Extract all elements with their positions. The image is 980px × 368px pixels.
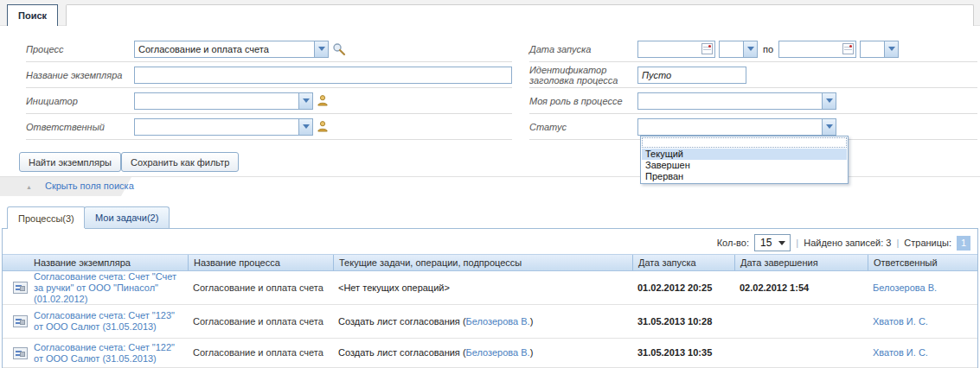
instance-name-label: Название экземпляра [26, 70, 134, 80]
page-number-button[interactable]: 1 [957, 236, 970, 251]
chevron-down-icon [826, 98, 833, 106]
tab-processes-label: Процессы(3) [18, 213, 74, 224]
table-row: Согласование счета: Счет "122" от ООО Са… [3, 339, 977, 368]
status-combobox[interactable] [637, 118, 836, 136]
records-found-label: Найдено записей: 3 [804, 238, 891, 248]
tab-my-tasks-label: Мои задачи(2) [95, 213, 158, 223]
calendar-icon[interactable] [701, 43, 713, 54]
my-role-combobox-value [637, 92, 822, 110]
process-combobox-dropdown-button[interactable] [314, 41, 329, 58]
process-combobox[interactable]: Согласование и оплата счета [134, 41, 329, 58]
start-date-cell: 01.02.2012 20:25 [632, 271, 731, 304]
start-date-to-input[interactable] [778, 41, 856, 58]
process-label: Процесс [26, 44, 134, 54]
process-search-button[interactable] [332, 42, 346, 56]
start-date-cell: 31.05.2013 10:35 [632, 339, 731, 367]
initiator-combobox-value [134, 92, 298, 110]
user-icon [317, 94, 330, 107]
header-id-input[interactable] [637, 67, 746, 84]
responsible-select-user-button[interactable] [317, 120, 330, 133]
responsible-combobox-dropdown-button[interactable] [298, 118, 313, 136]
my-role-combobox[interactable] [637, 92, 836, 110]
tab-strip-empty-area [66, 4, 974, 26]
instance-link[interactable]: Согласование счета: Счет "123" от ООО Са… [34, 310, 186, 333]
per-page-select[interactable]: 15 [754, 234, 791, 251]
initiator-combobox[interactable] [134, 92, 313, 110]
search-form-left: Процесс Согласование и оплата счета Назв… [26, 36, 512, 140]
form-row-start-date: Дата запуска по [529, 36, 977, 62]
form-row-instance-name: Название экземпляра [26, 62, 512, 88]
instance-link[interactable]: Согласование счета: Счет "Счет за ручки"… [34, 271, 186, 305]
instance-name-input[interactable] [134, 67, 512, 84]
task-executor-link[interactable]: Белозерова В. [466, 316, 530, 327]
form-row-my-role: Моя роль в процессе [529, 88, 977, 114]
header-process-name[interactable]: Название процесса [188, 255, 333, 270]
start-time-to-combobox[interactable] [860, 41, 899, 58]
instance-link[interactable]: Согласование счета: Счет "122" от ООО Са… [34, 342, 186, 365]
chevron-down-icon [318, 47, 325, 54]
start-time-from-combobox[interactable] [719, 41, 758, 58]
initiator-combobox-dropdown-button[interactable] [298, 92, 313, 110]
status-option-empty[interactable] [642, 137, 847, 148]
tab-search[interactable]: Поиск [7, 4, 58, 26]
responsible-link[interactable]: Хватов И. С. [873, 316, 928, 327]
form-row-header-id: Идентификатор заголовка процесса [529, 62, 977, 88]
process-instance-icon[interactable] [8, 271, 29, 304]
per-page-value: 15 [755, 237, 777, 249]
header-id-label: Идентификатор заголовка процесса [529, 65, 637, 86]
tab-processes[interactable]: Процессы(3) [7, 206, 86, 229]
status-option-current[interactable]: Текущий [642, 149, 847, 160]
status-dropdown-list: Текущий Завершен Прерван [640, 136, 849, 184]
header-responsible[interactable]: Ответсвенный [868, 255, 977, 270]
header-current-tasks[interactable]: Текущие задачи, операции, подпроцессы [333, 255, 632, 270]
table-row: Согласование счета: Счет "123" от ООО Са… [3, 305, 977, 339]
status-combobox-value [637, 118, 822, 136]
tab-my-tasks[interactable]: Мои задачи(2) [84, 206, 170, 228]
user-icon [317, 120, 330, 133]
table-row: Согласование счета: Счет "Счет за ручки"… [3, 271, 977, 305]
process-instance-icon[interactable] [8, 339, 29, 367]
chevron-down-button[interactable] [743, 41, 758, 58]
header-finish-date[interactable]: Дата завершения [734, 255, 868, 270]
process-combobox-value: Согласование и оплата счета [134, 41, 314, 58]
responsible-combobox-value [134, 118, 298, 136]
status-option-completed[interactable]: Завершен [642, 160, 847, 171]
form-row-process: Процесс Согласование и оплата счета [26, 36, 512, 62]
header-start-date[interactable]: Дата запуска [632, 255, 734, 270]
process-name-cell: Согласование и оплата счета [188, 271, 330, 304]
my-role-combobox-dropdown-button[interactable] [822, 92, 836, 110]
date-to-label: по [763, 44, 773, 54]
divider: | [796, 238, 798, 248]
status-option-interrupted[interactable]: Прерван [642, 171, 847, 182]
chevron-down-icon [778, 241, 785, 249]
my-role-label: Моя роль в процессе [529, 96, 637, 106]
start-date-label: Дата запуска [529, 44, 637, 54]
table-header: Название экземпляра Название процесса Те… [3, 254, 977, 271]
finish-date-cell [734, 339, 864, 367]
pages-label: Страницы: [904, 238, 951, 248]
responsible-link[interactable]: Хватов И. С. [873, 347, 928, 358]
find-instances-button[interactable]: Найти экземпляры [19, 152, 121, 172]
current-task-cell: Создать лист согласования (Белозерова В.… [333, 305, 627, 338]
calendar-icon[interactable] [842, 43, 854, 54]
task-executor-link[interactable]: Белозерова В. [466, 347, 530, 358]
tab-search-label: Поиск [18, 10, 47, 21]
responsible-combobox[interactable] [134, 118, 313, 136]
chevron-down-icon [303, 98, 310, 106]
initiator-select-user-button[interactable] [317, 94, 330, 107]
status-combobox-dropdown-button[interactable] [822, 118, 836, 136]
current-task-cell: Создать лист согласования (Белозерова В.… [333, 339, 627, 367]
chevron-down-icon [303, 124, 310, 132]
initiator-label: Инициатор [26, 96, 134, 106]
responsible-link[interactable]: Белозерова В. [873, 282, 937, 294]
process-instance-icon[interactable] [8, 305, 29, 338]
divider: | [896, 238, 899, 248]
search-form-right: Дата запуска по Идентификатор заголовка … [529, 36, 977, 140]
hide-search-fields-link[interactable]: Скрыть поля поиска [45, 181, 134, 191]
start-date-from-input[interactable] [637, 41, 715, 58]
save-as-filter-button[interactable]: Сохранить как фильтр [121, 152, 239, 172]
chevron-down-button[interactable] [884, 41, 899, 58]
top-tab-strip: Поиск [0, 0, 980, 26]
collapse-arrow-icon: ▲ [26, 184, 32, 190]
header-instance-name[interactable]: Название экземпляра [29, 255, 188, 270]
